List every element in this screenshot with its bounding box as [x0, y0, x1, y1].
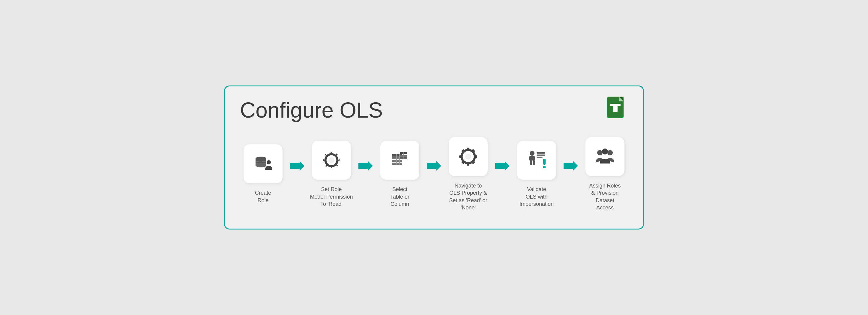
step-validate-ols: ValidateOLS withImpersonation [513, 141, 561, 208]
database-user-icon [252, 153, 274, 174]
step-navigate-ols: Navigate toOLS Property &Set as 'Read' o… [444, 137, 492, 211]
arrow-5 [564, 160, 578, 172]
svg-rect-39 [536, 155, 545, 156]
svg-rect-29 [459, 155, 462, 158]
step-set-role: Set RoleModel PermissionTo 'Read' [307, 141, 355, 208]
tabular-logo [604, 95, 631, 122]
step-label-navigate-ols: Navigate toOLS Property &Set as 'Read' o… [449, 182, 487, 211]
arrow-4 [495, 160, 509, 172]
users-group-icon [594, 146, 616, 167]
svg-rect-16 [392, 160, 402, 162]
svg-rect-17 [392, 163, 402, 165]
svg-marker-45 [564, 161, 578, 171]
step-icon-box-navigate-ols [449, 137, 488, 176]
step-select-table: SelectTable orColumn [376, 141, 424, 208]
svg-rect-43 [543, 159, 546, 165]
step-label-create-role: CreateRole [255, 189, 271, 204]
svg-point-47 [607, 150, 613, 155]
svg-rect-42 [533, 160, 535, 165]
svg-point-9 [267, 160, 271, 164]
svg-rect-37 [529, 156, 535, 160]
svg-point-36 [530, 151, 534, 156]
arrow-2 [359, 160, 373, 172]
step-create-role: CreateRole [239, 144, 287, 204]
svg-point-48 [602, 149, 608, 155]
step-label-select-table: SelectTable orColumn [390, 186, 409, 208]
svg-marker-13 [359, 161, 373, 171]
svg-rect-27 [467, 148, 469, 151]
svg-point-12 [329, 157, 334, 163]
gear-icon-2 [458, 146, 479, 167]
svg-marker-24 [427, 161, 441, 171]
step-label-set-role: Set RoleModel PermissionTo 'Read' [310, 186, 353, 208]
step-icon-box-set-role [312, 141, 351, 180]
svg-rect-38 [536, 152, 545, 154]
svg-rect-18 [396, 154, 397, 165]
table-grid-icon [389, 150, 410, 171]
gear-icon-1 [321, 150, 342, 171]
svg-rect-40 [536, 157, 542, 158]
svg-point-26 [465, 154, 471, 160]
svg-rect-44 [543, 166, 546, 168]
svg-rect-28 [467, 163, 469, 166]
step-assign-roles: Assign Roles& ProvisionDatasetAccess [581, 137, 629, 211]
arrow-3 [427, 160, 441, 172]
arrow-1 [290, 160, 304, 172]
step-icon-box-create-role [244, 144, 282, 183]
step-icon-box-validate-ols [517, 141, 556, 180]
report-warning-icon [526, 150, 547, 171]
main-card: Configure OLS CreateRole [224, 86, 644, 229]
svg-point-46 [597, 150, 602, 155]
svg-rect-41 [530, 160, 532, 165]
svg-marker-10 [290, 161, 304, 171]
step-label-assign-roles: Assign Roles& ProvisionDatasetAccess [589, 182, 621, 211]
step-icon-box-select-table [380, 141, 419, 180]
step-label-validate-ols: ValidateOLS withImpersonation [520, 186, 554, 208]
svg-marker-35 [495, 161, 509, 171]
svg-rect-30 [474, 155, 477, 158]
steps-container: CreateRole [240, 137, 628, 211]
page-title: Configure OLS [240, 98, 628, 122]
step-icon-box-assign-roles [586, 137, 624, 176]
svg-rect-23 [403, 152, 404, 159]
svg-rect-3 [610, 104, 621, 106]
svg-rect-4 [613, 106, 618, 112]
